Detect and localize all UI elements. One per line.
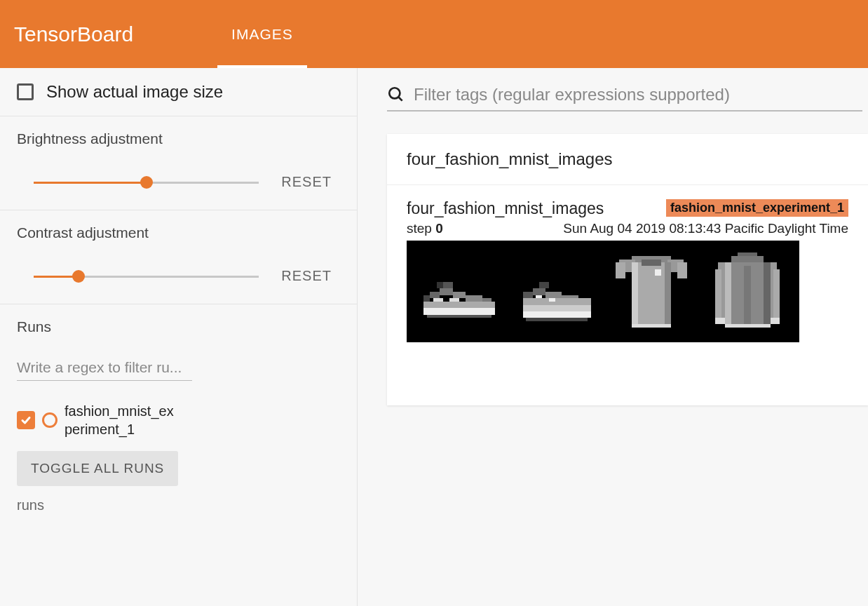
svg-rect-16 [532,288,545,295]
image-preview[interactable] [407,241,799,342]
svg-rect-30 [615,262,625,278]
svg-line-1 [398,97,402,100]
search-icon [387,86,405,104]
show-actual-checkbox-row[interactable]: Show actual image size [17,82,340,102]
svg-rect-22 [522,311,591,317]
body: Show actual image size Brightness adjust… [0,68,868,606]
section-contrast: Contrast adjustment RESET [0,210,357,304]
main: four_fashion_mnist_images four_fashion_m… [358,68,868,606]
svg-rect-4 [440,288,453,295]
svg-rect-47 [744,265,750,327]
image-header-top: four_fashion_mnist_images fashion_mnist_… [407,199,848,218]
svg-rect-3 [430,292,440,298]
svg-rect-2 [423,295,429,301]
svg-rect-50 [770,318,780,324]
svg-rect-35 [642,259,661,265]
svg-rect-14 [449,298,459,302]
runs-footer: runs [17,497,340,513]
svg-rect-23 [526,318,588,321]
svg-rect-49 [714,318,724,324]
filter-tags-row [387,85,862,112]
filter-tags-input[interactable] [414,85,862,105]
timestamp: Sun Aug 04 2019 08:13:43 Pacific Dayligh… [563,221,848,236]
mnist-thumb-sneaker-icon [510,246,601,337]
toggle-all-runs-button[interactable]: TOGGLE ALL RUNS [17,451,178,486]
show-actual-label: Show actual image size [46,82,223,102]
contrast-label: Contrast adjustment [17,224,340,241]
run-row[interactable]: fashion_mnist_experiment_1 [17,402,340,438]
svg-rect-31 [677,262,687,278]
slider-fill [34,182,147,184]
svg-rect-48 [724,324,770,328]
run-checkbox-checked-icon[interactable] [17,411,35,429]
mnist-thumb-tshirt-icon [606,246,697,337]
svg-rect-36 [632,324,671,328]
svg-rect-34 [664,262,670,328]
card-body: four_fashion_mnist_images fashion_mnist_… [387,185,868,356]
svg-rect-15 [522,292,532,298]
svg-rect-26 [538,282,548,288]
contrast-slider[interactable] [34,269,259,283]
checkbox-icon[interactable] [17,83,34,100]
svg-rect-21 [522,304,591,311]
run-label: fashion_mnist_experiment_1 [65,402,180,438]
svg-rect-37 [654,269,660,275]
tab-images[interactable]: IMAGES [217,0,307,68]
svg-rect-5 [452,292,466,298]
runs-title: Runs [17,318,340,335]
app-header: TensorBoard IMAGES [0,0,868,68]
svg-rect-44 [773,269,780,321]
brightness-label: Brightness adjustment [17,130,340,147]
svg-rect-20 [522,298,591,304]
svg-point-0 [389,88,400,98]
svg-rect-17 [545,292,562,298]
svg-rect-39 [731,255,763,262]
svg-rect-25 [548,298,555,302]
svg-rect-11 [436,282,442,288]
brightness-slider[interactable] [34,175,259,189]
card-header[interactable]: four_fashion_mnist_images [387,134,868,185]
image-meta: step 0 Sun Aug 04 2019 08:13:43 Pacific … [407,221,848,236]
step-value: 0 [435,221,443,236]
slider-thumb[interactable] [140,176,153,189]
brightness-slider-row: RESET [17,168,340,196]
svg-rect-24 [536,295,542,298]
section-runs: Runs fashion_mnist_experiment_1 TOGGLE A… [0,304,357,527]
mnist-thumb-sneaker-icon [414,246,505,337]
mnist-thumb-pullover-icon [702,246,793,337]
svg-rect-13 [433,298,442,302]
brightness-reset-button[interactable]: RESET [273,168,340,196]
step-label: step 0 [407,221,443,236]
step-text: step [407,221,432,236]
svg-rect-43 [714,269,721,321]
svg-rect-8 [423,301,494,307]
svg-rect-9 [423,308,494,314]
svg-rect-10 [426,314,491,318]
sidebar: Show actual image size Brightness adjust… [0,68,358,606]
experiment-badge: fashion_mnist_experiment_1 [666,199,848,217]
run-color-swatch-icon[interactable] [42,412,57,428]
section-brightness: Brightness adjustment RESET [0,116,357,210]
slider-thumb[interactable] [72,270,85,283]
svg-rect-46 [764,262,770,328]
app-title: TensorBoard [14,22,133,46]
tag-card: four_fashion_mnist_images four_fashion_m… [387,134,868,405]
contrast-reset-button[interactable]: RESET [273,262,340,290]
svg-rect-12 [442,282,452,288]
svg-rect-33 [632,262,638,328]
section-show-actual: Show actual image size [0,68,357,116]
image-title: four_fashion_mnist_images [407,199,604,218]
svg-rect-6 [466,295,482,301]
contrast-slider-row: RESET [17,262,340,290]
runs-filter-input[interactable] [17,355,192,381]
svg-rect-45 [724,262,731,328]
